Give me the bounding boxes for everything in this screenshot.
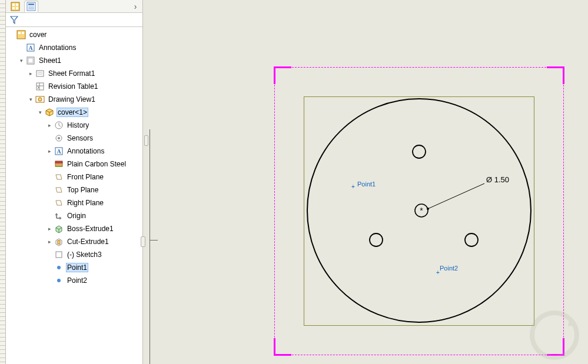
tree-label: Front Plane	[66, 172, 105, 182]
tree-annotations[interactable]: ▶ A Annotations	[6, 41, 142, 54]
part-icon	[44, 107, 55, 118]
tree-label: Right Plane	[66, 198, 105, 208]
tree-boss-extrude[interactable]: ▸ Boss-Extrude1	[6, 222, 142, 235]
annotations-icon: A	[25, 42, 36, 53]
tree-history[interactable]: ▸ History	[6, 119, 142, 132]
tree-point1[interactable]: ▶ Point1	[6, 261, 142, 274]
sheet-format-icon	[35, 68, 45, 79]
orientation-triad-icon	[528, 309, 581, 362]
tree-point2[interactable]: ▶ Point2	[6, 274, 142, 287]
feature-tree[interactable]: ▶ cover ▶ A Annotations ▾ Sheet1 ▸	[6, 27, 142, 364]
tab-property-manager[interactable]	[24, 1, 38, 12]
svg-rect-31	[55, 166, 62, 167]
expand-arrow-icon[interactable]: ▸	[46, 148, 53, 155]
cut-extrude-icon	[54, 236, 64, 247]
tree-label: Revision Table1	[47, 82, 99, 91]
svg-point-35	[57, 279, 61, 282]
point2-label[interactable]: Point2	[440, 265, 458, 272]
extrude-icon	[54, 223, 64, 234]
splitter-handle-2[interactable]	[144, 135, 148, 146]
point1-marker-icon: +	[351, 183, 355, 190]
tree-sheet-format[interactable]: ▸ Sheet Format1	[6, 67, 142, 80]
tree-sketch3[interactable]: ▶ (-) Sketch3	[6, 248, 142, 261]
tree-label: Annotations	[38, 43, 77, 52]
property-manager-icon	[26, 2, 36, 11]
tree-sheet1[interactable]: ▾ Sheet1	[6, 54, 142, 67]
drawing-view-icon	[35, 94, 45, 105]
tree-label: History	[66, 121, 90, 130]
tree-label: Top Plane	[66, 185, 99, 195]
point-icon	[54, 262, 64, 273]
view-bounding-box	[304, 96, 534, 326]
vertical-ruler	[0, 0, 6, 364]
tree-label: Point1	[66, 263, 88, 272]
tree-root[interactable]: ▶ cover	[6, 28, 142, 41]
tree-label: (-) Sketch3	[66, 250, 103, 259]
tree-annotations-2[interactable]: ▸ A Annotations	[6, 145, 142, 158]
origin-icon	[54, 211, 64, 221]
tree-material[interactable]: ▶ Plain Carbon Steel	[6, 158, 142, 171]
annotations-icon: A	[54, 146, 64, 156]
tree-cut-extrude[interactable]: ▸ Cut-Extrude1	[6, 235, 142, 248]
sketch-icon	[54, 249, 64, 260]
expand-arrow-icon[interactable]: ▸	[46, 238, 53, 245]
selection-corner-bl	[274, 338, 291, 356]
sensors-icon	[54, 133, 64, 143]
expand-arrow-icon[interactable]: ▸	[27, 70, 34, 77]
svg-rect-19	[36, 83, 44, 90]
tree-label: Annotations	[66, 146, 105, 156]
tree-right-plane[interactable]: ▶ Right Plane	[6, 196, 142, 209]
svg-text:A: A	[57, 148, 61, 155]
svg-rect-29	[55, 163, 62, 166]
tree-label: Point2	[66, 276, 88, 285]
svg-text:A: A	[28, 45, 33, 51]
sheet-icon	[25, 55, 36, 66]
tree-drawing-view[interactable]: ▾ Drawing View1	[6, 93, 142, 106]
tree-label: Plain Carbon Steel	[66, 159, 127, 169]
material-icon	[54, 159, 64, 169]
tree-label: Sheet Format1	[47, 69, 96, 78]
splitter-handle[interactable]	[141, 236, 145, 247]
tree-revision-table[interactable]: ▶ Revision Table1	[6, 80, 142, 93]
plane-icon	[54, 198, 64, 208]
tree-front-plane[interactable]: ▶ Front Plane	[6, 171, 142, 183]
revision-table-icon	[35, 81, 45, 92]
expand-arrow-icon[interactable]: ▸	[46, 122, 53, 129]
tree-label: Boss-Extrude1	[66, 224, 115, 233]
tree-origin[interactable]: ▶ Origin	[6, 209, 142, 222]
feature-tree-icon	[11, 2, 20, 11]
history-icon	[54, 120, 64, 131]
svg-rect-3	[12, 7, 15, 9]
svg-rect-6	[28, 4, 34, 5]
drawing-canvas[interactable]: * Ø 1.50 + Point1 + Point2	[143, 0, 588, 364]
svg-rect-32	[58, 241, 60, 244]
tree-label: Drawing View1	[47, 95, 97, 104]
point1-label[interactable]: Point1	[357, 181, 376, 188]
panel-tabs: ›	[6, 0, 142, 13]
dimension-label[interactable]: Ø 1.50	[486, 175, 509, 184]
point2-marker-icon: +	[436, 269, 440, 276]
dimension-text: Ø 1.50	[486, 175, 509, 184]
svg-point-36	[532, 313, 577, 358]
svg-point-34	[57, 266, 61, 269]
filter-icon[interactable]	[8, 16, 20, 24]
plane-icon	[54, 172, 64, 182]
expand-arrow-icon[interactable]: ▾	[18, 57, 25, 64]
drawing-doc-icon	[16, 29, 26, 40]
tree-cover-part[interactable]: ▾ cover<1>	[6, 106, 142, 119]
expand-arrow-icon[interactable]: ▾	[27, 96, 34, 103]
svg-point-26	[58, 137, 60, 139]
svg-rect-16	[36, 71, 44, 76]
svg-rect-2	[16, 4, 18, 6]
tree-sensors[interactable]: ▶ Sensors	[6, 132, 142, 145]
tree-label: Origin	[66, 211, 87, 221]
svg-point-23	[38, 98, 42, 101]
tab-feature-tree[interactable]	[8, 1, 22, 12]
point-icon	[54, 275, 64, 286]
tree-top-plane[interactable]: ▶ Top Plane	[6, 183, 142, 196]
expand-arrow-icon[interactable]: ▸	[46, 225, 53, 232]
panel-overflow-chevron-icon[interactable]: ›	[131, 2, 140, 11]
tree-label: cover	[28, 30, 48, 39]
expand-arrow-icon[interactable]: ▾	[36, 109, 44, 116]
filter-bar	[6, 13, 142, 27]
